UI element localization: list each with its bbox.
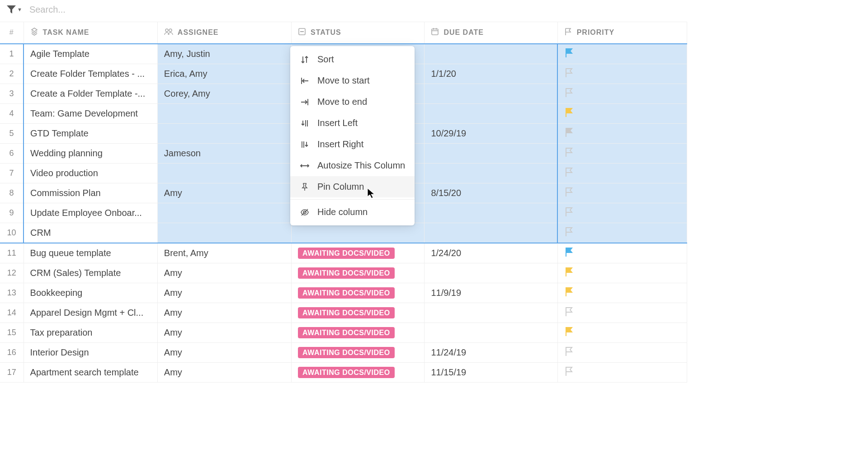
menu-insert-left[interactable]: Insert Left xyxy=(290,112,415,134)
task-name-cell[interactable]: Team: Game Development xyxy=(24,103,157,123)
priority-cell[interactable] xyxy=(557,143,687,163)
status-badge[interactable]: AWAITING DOCS/VIDEO xyxy=(298,367,395,378)
menu-insert-right[interactable]: Insert Right xyxy=(290,134,415,155)
priority-cell[interactable] xyxy=(557,283,687,303)
task-name-cell[interactable]: Create a Folder Template -... xyxy=(24,84,157,103)
due-date-cell[interactable] xyxy=(425,323,557,342)
status-cell[interactable]: AWAITING DOCS/VIDEO xyxy=(292,303,425,323)
task-name-cell[interactable]: Apartment search template xyxy=(24,362,157,382)
priority-cell[interactable] xyxy=(557,183,687,203)
priority-cell[interactable] xyxy=(557,64,687,84)
menu-move-to-end[interactable]: Move to end xyxy=(290,91,415,112)
due-date-cell[interactable] xyxy=(425,203,557,223)
due-date-cell[interactable] xyxy=(425,163,557,183)
assignee-cell[interactable]: Jameson xyxy=(157,143,291,163)
assignee-cell[interactable]: Amy xyxy=(157,283,291,303)
task-name-cell[interactable]: CRM xyxy=(24,223,157,243)
assignee-cell[interactable] xyxy=(157,123,291,143)
menu-hide-column[interactable]: Hide column xyxy=(290,201,415,223)
menu-autosize[interactable]: Autosize This Column xyxy=(290,155,415,176)
due-date-cell[interactable]: 1/24/20 xyxy=(425,243,557,263)
due-date-cell[interactable] xyxy=(425,303,557,323)
status-badge[interactable]: AWAITING DOCS/VIDEO xyxy=(298,327,395,338)
assignee-cell[interactable]: Amy xyxy=(157,362,291,382)
status-cell[interactable]: AWAITING DOCS/VIDEO xyxy=(292,342,425,362)
due-date-cell[interactable]: 8/15/20 xyxy=(425,183,557,203)
table-row[interactable]: 10CRM xyxy=(0,223,687,243)
task-name-cell[interactable]: Interior Design xyxy=(24,342,157,362)
column-header-assignee[interactable]: ASSIGNEE xyxy=(157,22,291,44)
table-row[interactable]: 14Apparel Design Mgmt + Cl...AmyAWAITING… xyxy=(0,303,687,323)
assignee-cell[interactable]: Amy xyxy=(157,183,291,203)
status-badge[interactable]: AWAITING DOCS/VIDEO xyxy=(298,287,395,299)
due-date-cell[interactable]: 10/29/19 xyxy=(425,123,557,143)
due-date-cell[interactable] xyxy=(425,263,557,283)
filter-icon[interactable]: ▼ xyxy=(6,5,22,14)
priority-cell[interactable] xyxy=(557,342,687,362)
menu-pin-column[interactable]: Pin Column xyxy=(290,176,415,197)
assignee-cell[interactable]: Amy xyxy=(157,323,291,342)
priority-cell[interactable] xyxy=(557,163,687,183)
table-row[interactable]: 11Bug queue templateBrent, AmyAWAITING D… xyxy=(0,243,687,263)
task-name-cell[interactable]: CRM (Sales) Template xyxy=(24,263,157,283)
table-row[interactable]: 12CRM (Sales) TemplateAmyAWAITING DOCS/V… xyxy=(0,263,687,283)
table-row[interactable]: 16Interior DesignAmyAWAITING DOCS/VIDEO1… xyxy=(0,342,687,362)
search-input[interactable] xyxy=(27,5,162,15)
assignee-cell[interactable]: Amy xyxy=(157,263,291,283)
column-header-status[interactable]: STATUS xyxy=(292,22,425,44)
status-cell[interactable]: AWAITING DOCS/VIDEO xyxy=(292,283,425,303)
assignee-cell[interactable] xyxy=(157,203,291,223)
due-date-cell[interactable]: 11/9/19 xyxy=(425,283,557,303)
assignee-cell[interactable]: Amy xyxy=(157,342,291,362)
priority-cell[interactable] xyxy=(557,243,687,263)
status-cell[interactable]: AWAITING DOCS/VIDEO xyxy=(292,263,425,283)
status-badge[interactable]: AWAITING DOCS/VIDEO xyxy=(298,248,395,259)
due-date-cell[interactable]: 11/15/19 xyxy=(425,362,557,382)
assignee-cell[interactable] xyxy=(157,163,291,183)
task-name-cell[interactable]: Apparel Design Mgmt + Cl... xyxy=(24,303,157,323)
due-date-cell[interactable] xyxy=(425,223,557,243)
priority-cell[interactable] xyxy=(557,362,687,382)
table-row[interactable]: 13BookkeepingAmyAWAITING DOCS/VIDEO11/9/… xyxy=(0,283,687,303)
due-date-cell[interactable]: 1/1/20 xyxy=(425,64,557,84)
priority-cell[interactable] xyxy=(557,303,687,323)
column-header-task[interactable]: TASK NAME xyxy=(24,22,157,44)
status-cell[interactable]: AWAITING DOCS/VIDEO xyxy=(292,243,425,263)
due-date-cell[interactable] xyxy=(425,84,557,103)
assignee-cell[interactable]: Brent, Amy xyxy=(157,243,291,263)
column-header-num[interactable]: # xyxy=(0,22,24,44)
task-name-cell[interactable]: Update Employee Onboar... xyxy=(24,203,157,223)
status-badge[interactable]: AWAITING DOCS/VIDEO xyxy=(298,307,395,318)
menu-move-to-start[interactable]: Move to start xyxy=(290,70,415,91)
task-name-cell[interactable]: Bookkeeping xyxy=(24,283,157,303)
due-date-cell[interactable] xyxy=(425,143,557,163)
table-row[interactable]: 15Tax preparationAmyAWAITING DOCS/VIDEO xyxy=(0,323,687,342)
table-row[interactable]: 17Apartment search templateAmyAWAITING D… xyxy=(0,362,687,382)
priority-cell[interactable] xyxy=(557,263,687,283)
priority-cell[interactable] xyxy=(557,323,687,342)
status-cell[interactable]: AWAITING DOCS/VIDEO xyxy=(292,362,425,382)
task-name-cell[interactable]: Tax preparation xyxy=(24,323,157,342)
due-date-cell[interactable] xyxy=(425,44,557,64)
assignee-cell[interactable] xyxy=(157,223,291,243)
priority-cell[interactable] xyxy=(557,103,687,123)
priority-cell[interactable] xyxy=(557,84,687,103)
task-name-cell[interactable]: Commission Plan xyxy=(24,183,157,203)
assignee-cell[interactable]: Amy xyxy=(157,303,291,323)
column-header-priority[interactable]: PRIORITY xyxy=(557,22,687,44)
assignee-cell[interactable] xyxy=(157,103,291,123)
assignee-cell[interactable]: Amy, Justin xyxy=(157,44,291,64)
status-cell[interactable] xyxy=(292,223,425,243)
status-cell[interactable]: AWAITING DOCS/VIDEO xyxy=(292,323,425,342)
assignee-cell[interactable]: Corey, Amy xyxy=(157,84,291,103)
menu-sort[interactable]: Sort xyxy=(290,49,415,70)
assignee-cell[interactable]: Erica, Amy xyxy=(157,64,291,84)
task-name-cell[interactable]: Bug queue template xyxy=(24,243,157,263)
priority-cell[interactable] xyxy=(557,123,687,143)
priority-cell[interactable] xyxy=(557,203,687,223)
task-name-cell[interactable]: Video production xyxy=(24,163,157,183)
status-badge[interactable]: AWAITING DOCS/VIDEO xyxy=(298,267,395,279)
task-name-cell[interactable]: Create Folder Templates - ... xyxy=(24,64,157,84)
due-date-cell[interactable] xyxy=(425,103,557,123)
task-name-cell[interactable]: Agile Template xyxy=(24,44,157,64)
